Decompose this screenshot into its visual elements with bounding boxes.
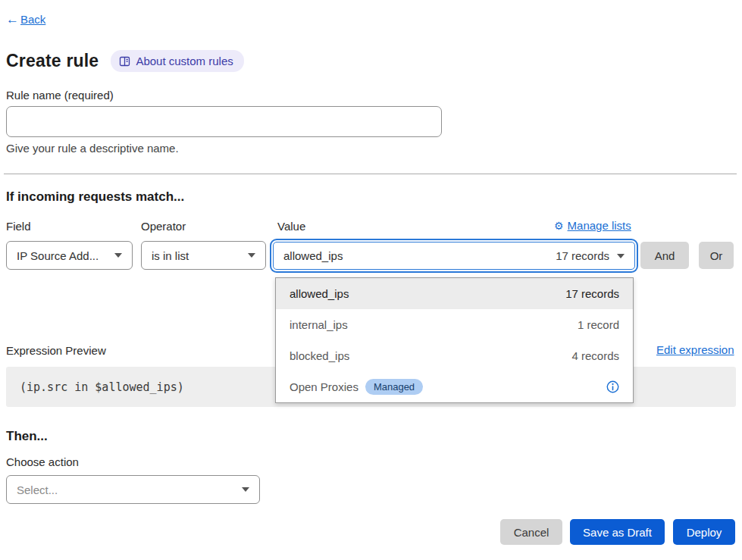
rule-name-label: Rule name (required) (6, 89, 114, 102)
back-arrow-icon: ← (6, 12, 19, 27)
list-option-record-count: 17 records (565, 287, 619, 300)
list-option-blocked-ips[interactable]: blocked_ips 4 records (276, 340, 633, 371)
action-select[interactable]: Select... (6, 475, 260, 504)
value-select[interactable]: allowed_ips 17 records (273, 242, 635, 270)
title-row: Create rule About custom rules (6, 50, 244, 72)
create-rule-page: ←Back Create rule About custom rules Rul… (0, 0, 742, 560)
deploy-button[interactable]: Deploy (673, 519, 735, 545)
match-section-heading: If incoming requests match... (6, 189, 184, 205)
edit-expression-link[interactable]: Edit expression (656, 343, 734, 356)
operator-label: Operator (141, 220, 186, 233)
chevron-down-icon (617, 254, 625, 258)
field-select[interactable]: IP Source Add... (6, 241, 133, 270)
page-title: Create rule (6, 51, 99, 71)
list-option-name: blocked_ips (290, 349, 349, 362)
manage-lists-link[interactable]: ⚙ Manage lists (554, 219, 631, 232)
chevron-down-icon (114, 253, 122, 258)
list-option-name: Open Proxies (290, 380, 358, 393)
expression-code: (ip.src in $allowed_ips) (6, 380, 184, 394)
field-label: Field (6, 220, 31, 233)
value-label: Value (277, 220, 305, 233)
list-option-record-count: 1 record (578, 318, 619, 331)
about-custom-rules-link[interactable]: About custom rules (111, 50, 243, 72)
list-dropdown-panel: allowed_ips 17 records internal_ips 1 re… (275, 277, 634, 403)
list-option-open-proxies[interactable]: Open Proxies Managed (276, 371, 633, 402)
save-as-draft-button[interactable]: Save as Draft (570, 519, 665, 545)
rule-name-input[interactable] (6, 106, 442, 137)
managed-badge: Managed (365, 379, 423, 395)
chevron-down-icon (242, 487, 249, 492)
gear-icon: ⚙ (554, 220, 564, 232)
expression-preview-label: Expression Preview (6, 344, 106, 357)
section-divider (4, 174, 737, 174)
back-link[interactable]: ←Back (6, 12, 45, 27)
rule-name-helper-text: Give your rule a descriptive name. (6, 142, 179, 155)
about-pill-label: About custom rules (136, 55, 233, 67)
list-option-allowed-ips[interactable]: allowed_ips 17 records (276, 278, 633, 309)
or-button[interactable]: Or (699, 242, 734, 269)
field-select-value: IP Source Add... (17, 249, 107, 262)
value-select-record-count: 17 records (556, 249, 609, 262)
and-button[interactable]: And (640, 242, 689, 269)
list-option-internal-ips[interactable]: internal_ips 1 record (276, 309, 633, 340)
operator-select-value: is in list (152, 249, 240, 262)
value-select-value: allowed_ips (283, 249, 343, 262)
list-option-name: internal_ips (290, 318, 348, 331)
manage-lists-label: Manage lists (568, 219, 631, 232)
book-icon (119, 56, 130, 67)
chevron-down-icon (248, 253, 255, 258)
action-select-placeholder: Select... (17, 483, 234, 496)
then-section-heading: Then... (6, 429, 48, 444)
back-link-label: Back (20, 13, 45, 26)
operator-select[interactable]: is in list (141, 241, 266, 270)
info-icon[interactable] (606, 380, 619, 393)
list-option-name: allowed_ips (290, 287, 349, 300)
cancel-button[interactable]: Cancel (500, 519, 562, 545)
choose-action-label: Choose action (6, 455, 79, 468)
list-option-record-count: 4 records (571, 349, 619, 362)
